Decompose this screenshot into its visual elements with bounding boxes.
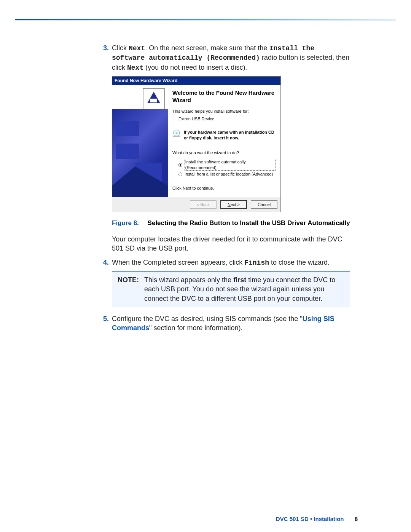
svg-rect-4 [116,144,139,159]
footer-text: DVC 501 SD • Installation [276,516,344,522]
header-rule [15,19,396,21]
step-5: 5. Configure the DVC as desired, using S… [99,314,350,333]
text: Configure the DVC as desired, using SIS … [112,315,303,323]
svg-rect-3 [116,121,139,136]
step-number: 4. [99,258,112,267]
step-number: 3. [99,43,112,72]
svg-rect-2 [150,99,157,102]
figure-label: Figure 8. [112,219,139,227]
step-3: 3. Click Next. On the next screen, make … [99,43,350,72]
svg-point-8 [176,132,177,134]
text: Click [112,44,129,52]
page-footer: DVC 501 SD • Installation 8 [276,516,358,522]
page: 3. Click Next. On the next screen, make … [0,43,411,532]
label: < Back [197,202,210,208]
cd-text: If your hardware came with an installati… [184,129,276,141]
back-button: < Back [190,200,217,209]
text: . On the next screen, make sure that the [145,44,269,52]
step-body: Click Next. On the next screen, make sur… [112,43,350,72]
paragraph: Your computer locates the driver needed … [112,235,350,253]
radio-label: Install the software automatically (Reco… [185,159,276,171]
mono-finish: Finish [244,259,269,267]
mnemonic: N [228,202,231,207]
step-number: 5. [99,314,112,333]
note-box: NOTE: This wizard appears only the first… [112,271,350,307]
wizard-device: Extron USB Device [178,116,276,122]
mono-next: Next [129,45,145,52]
next-button[interactable]: Next > [220,200,247,209]
wizard-intro: This wizard helps you install software f… [172,109,276,114]
figure-caption: Figure 8. Selecting the Radio Button to … [112,219,350,228]
text: This wizard appears only the [144,276,233,284]
radio-auto[interactable]: Install the software automatically (Reco… [178,159,276,171]
step-body: When the Completed screen appears, click… [112,258,350,267]
radio-dot-icon [178,173,182,176]
text: When the Completed screen appears, click [112,259,244,266]
cd-icon [172,129,181,138]
svg-rect-9 [173,136,180,137]
figure-title: Selecting the Radio Button to Install th… [148,219,350,227]
wizard-window: Found New Hardware Wizard [112,76,281,212]
step-4: 4. When the Completed screen appears, cl… [99,258,350,267]
hardware-icon [143,88,165,110]
content-column: 3. Click Next. On the next screen, make … [99,43,350,332]
wizard-prompt: What do you want the wizard to do? [172,150,276,156]
cancel-button[interactable]: Cancel [251,200,277,209]
wizard-body: Welcome to the Found New Hardware Wizard… [112,85,280,197]
radio-dot-icon [178,163,182,167]
wizard-cd-notice: If your hardware came with an installati… [172,129,276,141]
label: Cancel [258,202,271,208]
radio-label: Install from a list or specific location… [185,171,273,177]
wizard-heading: Welcome to the Found New Hardware Wizard [172,89,276,104]
wizard-sidebar-art [112,109,168,197]
radio-advanced[interactable]: Install from a list or specific location… [178,171,276,177]
label: ext > [231,202,240,207]
wizard-main: Welcome to the Found New Hardware Wizard… [168,85,280,197]
text: " section for more information). [149,324,242,332]
mono-next2: Next [127,64,143,72]
text: (you do not need to insert a disc). [143,64,247,71]
wizard-titlebar: Found New Hardware Wizard [112,77,280,85]
text: to close the wizard. [269,259,330,266]
wizard-continue: Click Next to continue. [172,185,276,191]
page-number: 8 [355,516,358,522]
wizard-footer: < Back Next > Cancel [112,197,280,212]
note-label: NOTE: [118,275,139,303]
bold: first [233,276,246,284]
note-body: This wizard appears only the first time … [144,275,344,303]
wizard-sidebar [112,85,168,197]
step-body: Configure the DVC as desired, using SIS … [112,314,350,333]
